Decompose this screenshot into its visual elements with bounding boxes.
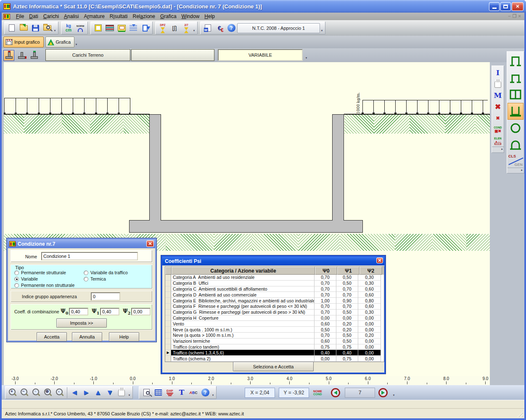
toolbar-grip[interactable]: ▾	[53, 23, 57, 33]
options-analysis-button[interactable]: DPZ	[157, 22, 169, 34]
pan-down-button[interactable]: ▼	[104, 387, 116, 398]
pan-right-button[interactable]: ►	[80, 387, 92, 398]
menu-file[interactable]: File	[13, 13, 26, 20]
condizione-dialog-titlebar[interactable]: Condizione nr.7 ✕	[8, 239, 155, 248]
psi-row[interactable]: Categoria C Ambienti suscettibili di aff…	[165, 286, 384, 292]
psi2-input[interactable]: 0,00	[131, 308, 151, 315]
computo-button[interactable]: €€	[214, 22, 225, 34]
grid-button[interactable]	[152, 387, 164, 398]
shape-circle-button[interactable]	[507, 120, 523, 136]
seleziona-accetta-button[interactable]: Seleziona e Accetta	[233, 362, 314, 371]
psi-row[interactable]: Categoria G Rimesse e parcheggi (per aut…	[165, 310, 384, 315]
toolbar-grip2[interactable]: ▾	[192, 23, 196, 33]
abc-button[interactable]: ABC	[188, 387, 199, 398]
help-button[interactable]: ?	[225, 22, 237, 34]
shape-double-box-button[interactable]	[507, 86, 523, 103]
carichi-terreno-button[interactable]: Carichi Terreno	[45, 49, 130, 61]
load-linea-toggle[interactable]	[16, 50, 27, 61]
psi-row[interactable]: Categoria E Biblioteche, archivi, magazz…	[165, 298, 384, 304]
water-table-button[interactable]	[127, 22, 139, 34]
psi-row[interactable]: Neve (a quota > 1000 m s.l.m.)0,700,500,…	[165, 333, 384, 339]
info-button[interactable]: I	[492, 67, 504, 79]
psi-row[interactable]: Vento0,600,200,00	[165, 321, 384, 327]
mdi-child-icon[interactable]	[3, 14, 10, 19]
input-grafico-button[interactable]: Input grafico	[3, 37, 44, 47]
print-preview-button[interactable]	[140, 387, 152, 398]
close-button[interactable]: ✕	[512, 2, 523, 11]
psi-row[interactable]: Categoria A Ambienti ad uso residenziale…	[165, 275, 384, 281]
bottom-grip3[interactable]: ▾	[392, 388, 396, 398]
radio-variabile-traffico[interactable]	[84, 270, 88, 275]
maximize-button[interactable]	[500, 2, 511, 11]
cls-gen-button[interactable]: CLSGEN	[507, 153, 523, 168]
menu-dati[interactable]: Dati	[26, 13, 40, 20]
psi-dialog-close[interactable]: ✕	[376, 257, 383, 263]
nome-cond-icon[interactable]: NOMECOND	[313, 390, 322, 396]
mdi-restore-icon[interactable]: ❐	[513, 13, 517, 19]
units-button[interactable]: kgcm	[63, 22, 74, 34]
save-button[interactable]	[29, 22, 41, 34]
next-condition-button[interactable]	[378, 388, 388, 397]
indice-input[interactable]: 0	[91, 292, 120, 301]
menu-analisi[interactable]: Analisi	[61, 13, 81, 20]
profile-button[interactable]	[116, 22, 127, 34]
radio-termica[interactable]	[84, 277, 88, 281]
menu-help[interactable]: Help	[202, 13, 217, 20]
combinations-button[interactable]: 2/7	[180, 22, 192, 34]
grafica-button[interactable]: Grafica	[45, 37, 74, 47]
accetta-button[interactable]: Accetta	[37, 332, 67, 341]
zoom-in-button[interactable]: +	[7, 387, 19, 398]
load-terreno-toggle[interactable]	[3, 50, 14, 61]
cond-button[interactable]: COND▣✖	[492, 124, 504, 135]
measure-button[interactable]: M	[492, 90, 504, 101]
right-inner-grip[interactable]: ▸	[492, 147, 504, 151]
open-file-button[interactable]	[18, 22, 29, 34]
menu-carichi[interactable]: Carichi	[41, 13, 61, 20]
menu-risultati[interactable]: Risultati	[107, 13, 130, 20]
psi0-input[interactable]: 0,40	[69, 308, 88, 315]
radio-permanente-strutturale[interactable]	[14, 270, 19, 275]
zoom-previous-button[interactable]: -	[54, 387, 66, 398]
mdi-close-icon[interactable]: ×	[518, 13, 521, 19]
elen-button[interactable]: ELEN▲↓↓	[492, 135, 504, 147]
normative-combo[interactable]: N.T.C. 2008 - Approccio 1	[237, 23, 320, 33]
shape-u-button[interactable]	[507, 103, 523, 120]
psi-dialog-titlebar[interactable]: Coefficienti Psi ✕	[162, 257, 384, 265]
shape-portal-button[interactable]	[507, 52, 523, 69]
browse-button[interactable]	[41, 22, 53, 34]
pan-hand-button[interactable]	[116, 387, 127, 398]
help-dialog-button[interactable]: Help	[109, 332, 139, 341]
psi-row[interactable]: Neve (a quota . 1000 m s.l.m.)0,500,200,…	[165, 327, 384, 333]
psi-row[interactable]: Categoria B Uffici0,700,500,30	[165, 281, 384, 286]
materials-button[interactable]	[104, 22, 116, 34]
mode-toolbar-grip[interactable]: ▾	[74, 37, 78, 47]
radio-variabile[interactable]	[14, 277, 19, 281]
report-button[interactable]	[202, 22, 214, 34]
section-data-button[interactable]	[92, 22, 104, 34]
minimize-button[interactable]	[489, 2, 500, 11]
menu-armature[interactable]: Armature	[81, 13, 107, 20]
zoom-all-button[interactable]: ⊕	[42, 387, 54, 398]
bottom-grip1[interactable]: ▾	[127, 388, 131, 398]
annulla-button[interactable]: Annulla	[72, 332, 102, 341]
text-button[interactable]: T	[176, 387, 188, 398]
pan-button[interactable]	[492, 79, 504, 90]
imposta-button[interactable]: Imposta >>	[56, 318, 107, 328]
menu-window[interactable]: Window	[179, 13, 202, 20]
psi-row[interactable]: Traffico (schema 2)0,000,750,00	[165, 356, 384, 362]
diagram-button[interactable]: [∫]	[169, 22, 180, 34]
load-distribuito-toggle[interactable]	[29, 50, 40, 61]
menu-relazione[interactable]: Relazione	[130, 13, 158, 20]
zoom-window-button[interactable]: ▫	[30, 387, 42, 398]
loads-toolbar-grip[interactable]: ▾	[304, 50, 308, 60]
psi-row[interactable]: Categoria H Coperture0,000,000,00	[165, 315, 384, 321]
right-outer-grip[interactable]: ▸	[507, 168, 523, 172]
condizione-dialog-close[interactable]: ✕	[146, 240, 154, 247]
help2-button[interactable]: ?	[199, 387, 211, 398]
shape-arch-button[interactable]	[507, 136, 523, 153]
shape-u-flange-button[interactable]	[507, 69, 523, 86]
delete-button[interactable]: ✖	[492, 101, 504, 113]
delete-small-button[interactable]: ✖	[492, 113, 504, 124]
psi-row[interactable]: ▶Traffico (schemi 1,3,4,5,6)0,400,400,00	[165, 350, 384, 356]
toolbar-grip3[interactable]: ▾	[320, 23, 324, 33]
